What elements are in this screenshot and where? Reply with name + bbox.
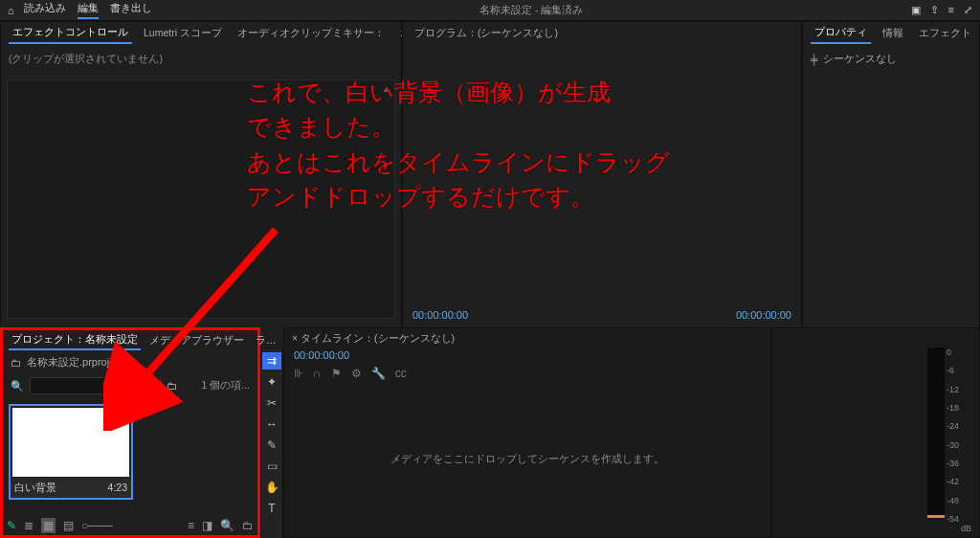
tab-media-browser[interactable]: メディアブラウザー [146,332,247,349]
track-select-tool-icon[interactable]: ⇉ [262,352,281,370]
project-search-input[interactable] [30,377,161,394]
quick-export-icon[interactable]: ▣ [911,4,921,16]
timeline-timecode[interactable]: 00:00:00:00 [284,349,770,361]
timeline-drop-hint[interactable]: メディアをここにドロップしてシーケンスを作成します。 [284,453,770,466]
clip-duration: 4:23 [108,482,127,495]
project-file-row: 🗀 名称未設定.prproj [3,351,257,373]
tab-overflow[interactable]: ラ… [253,332,279,349]
tab-properties[interactable]: プロパティ [811,23,871,44]
workspace-tabs: 読み込み 編集 書き出し [24,1,152,19]
zoom-slider[interactable]: ○─── [81,519,113,532]
tab-lumetri-scopes[interactable]: Lumetri スコープ [140,24,226,43]
snap-icon[interactable]: ⊪ [294,367,303,380]
icon-view-icon[interactable]: ▦ [41,518,56,533]
clip-thumbnail[interactable]: 白い背景 4:23 [9,404,133,500]
clip-preview [12,408,129,477]
effect-controls-panel: エフェクトコントロール Lumetri スコープ オーディオクリップミキサー： … [0,21,402,348]
effect-controls-area: ▲ [7,79,395,319]
db-label: dB [961,524,971,533]
ripple-tool-icon[interactable]: ✦ [262,373,281,391]
program-tc-right: 00:00:00:00 [736,309,791,321]
rect-tool-icon[interactable]: ▭ [262,458,281,475]
project-file-label: 名称未設定.prproj [27,355,109,370]
wrench-tl-icon[interactable]: 🔧 [371,367,386,380]
project-panel: プロジェクト：名称未設定 メディアブラウザー ラ… » 🗀 名称未設定.prpr… [0,327,260,538]
timeline-label: × タイムライン：(シーケンスなし) [292,332,455,346]
workspace-icon[interactable]: ≡ [948,4,954,16]
settings-icon[interactable]: ⚙ [351,367,362,380]
triangle-icon: ▲ [382,84,390,94]
properties-panel: プロパティ 情報 エフェクト ╪ シーケンスなし [802,21,980,348]
program-viewport [403,45,801,303]
topbar-right: ▣ ⇪ ≡ ⤢ [911,4,972,16]
tab-export[interactable]: 書き出し [110,1,152,19]
share-icon[interactable]: ⇪ [930,4,939,16]
item-count-label: 1 個の項... [201,379,250,392]
tools-panel: ▸ ⇉ ✦ ✂ ↔ ✎ ▭ ✋ T [260,327,283,538]
project-footer: ✎ ≣ ▦ ▤ ○─── ≡ ◨ 🔍 🗀 [7,518,254,533]
freeform-icon[interactable]: ▤ [63,519,74,532]
folder-icon: 🗀 [11,357,21,369]
sort-icon[interactable]: ≡ [188,519,194,532]
no-clip-label: (クリップが選択されていません) [9,53,163,64]
pen-tool-icon[interactable]: ✎ [262,437,281,454]
slip-tool-icon[interactable]: ↔ [262,415,281,433]
link-icon[interactable]: ∩ [313,367,322,380]
find-icon[interactable]: 🔍 [220,519,234,532]
audio-meter-scale: 0 -6 -12 -18 -24 -30 -36 -42 -48 -54 [947,347,973,524]
fullscreen-icon[interactable]: ⤢ [964,4,972,16]
hand-tool-icon[interactable]: ✋ [262,479,281,496]
automate-icon[interactable]: ◨ [202,519,212,532]
sequence-icon: ╪ [811,54,817,65]
pen-icon[interactable]: ✎ [7,519,16,532]
tab-edit[interactable]: 編集 [78,1,99,19]
caption-icon[interactable]: cc [395,367,407,380]
tab-import[interactable]: 読み込み [24,1,66,19]
new-bin-icon[interactable]: 🗀 [242,519,254,532]
audio-meter-bar [927,347,945,518]
window-title: 名称未設定 - 編集済み [152,3,911,17]
tab-info[interactable]: 情報 [879,24,907,43]
home-icon[interactable]: ⌂ [8,5,14,16]
tab-audio-clip-mixer[interactable]: オーディオクリップミキサー： [234,24,389,43]
audio-meter-panel: 0 -6 -12 -18 -24 -30 -36 -42 -48 -54 dB [771,327,980,538]
program-monitor: プログラム：(シーケンスなし) 00:00:00:00 00:00:00:00 … [402,21,802,348]
list-view-icon[interactable]: ≣ [24,519,33,532]
type-tool-icon[interactable]: T [262,500,281,517]
tab-effect-controls[interactable]: エフェクトコントロール [9,23,132,44]
razor-tool-icon[interactable]: ✂ [262,394,281,412]
search-icon: 🔍 [11,380,24,392]
bin-filter-icon[interactable]: 🗀 [167,380,177,392]
program-tc-left: 00:00:00:00 [412,309,468,321]
timeline-panel: × タイムライン：(シーケンスなし) 00:00:00:00 ⊪ ∩ ⚑ ⚙ 🔧… [283,327,771,538]
no-sequence-label: シーケンスなし [823,53,897,66]
marker-add-icon[interactable]: ⚑ [331,367,342,380]
tab-project[interactable]: プロジェクト：名称未設定 [9,331,141,350]
app-topbar: ⌂ 読み込み 編集 書き出し 名称未設定 - 編集済み ▣ ⇪ ≡ ⤢ [0,0,980,21]
effect-controls-body: (クリップが選択されていません) [1,45,401,74]
tab-effects[interactable]: エフェクト [915,24,975,43]
clip-name: 白い背景 [14,482,56,495]
program-label: プログラム：(シーケンスなし) [411,24,562,43]
